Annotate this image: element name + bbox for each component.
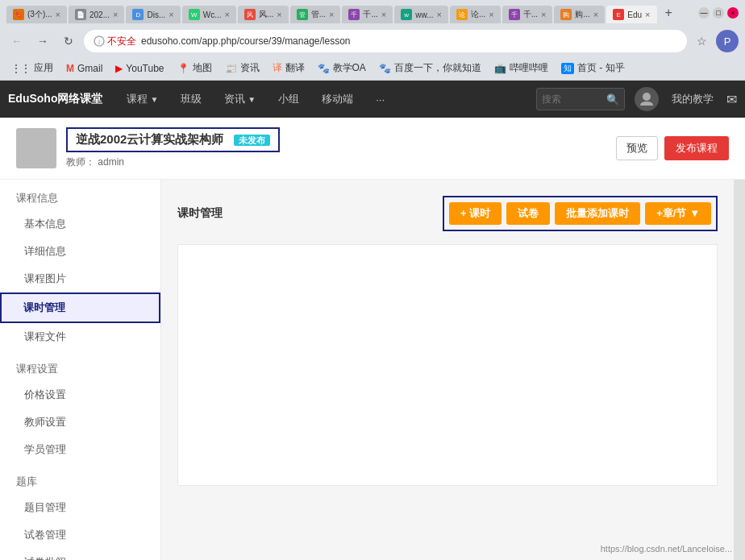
back-button[interactable]: ← — [6, 31, 27, 52]
tab-label-9: 论... — [471, 9, 485, 20]
tab-label-6: 管... — [311, 9, 326, 20]
tab-close-9[interactable]: × — [489, 10, 493, 19]
teacher-info: 教师： admin — [66, 156, 616, 169]
sidebar-item-teacher-settings[interactable]: 教师设置 — [0, 409, 160, 436]
translate-icon: 译 — [273, 61, 282, 75]
tab-close-5[interactable]: × — [277, 10, 281, 19]
minimize-button[interactable]: — — [698, 7, 710, 19]
nav-courses-arrow: ▼ — [150, 95, 158, 104]
bookmark-youtube-label: YouTube — [126, 63, 164, 74]
nav-classes[interactable]: 班级 — [169, 81, 213, 118]
sidebar-item-exam-manage[interactable]: 试卷管理 — [0, 521, 160, 549]
tab-close-1[interactable]: × — [56, 10, 60, 19]
batch-add-button[interactable]: 批量添加课时 — [555, 202, 640, 225]
sidebar-item-lesson-manage[interactable]: 课时管理 — [0, 292, 160, 323]
url-hint: https://blog.csdn.net/Lanceloise... — [601, 544, 732, 554]
tab-close-12[interactable]: × — [645, 10, 650, 19]
bookmark-translate[interactable]: 译 翻译 — [268, 60, 310, 77]
sidebar-item-course-files[interactable]: 课程文件 — [0, 323, 160, 351]
bookmark-bilibili[interactable]: 📺 哔哩哔哩 — [489, 60, 553, 77]
new-tab-button[interactable]: + — [659, 2, 679, 23]
nav-more-label: ··· — [376, 93, 385, 106]
add-lesson-button[interactable]: + 课时 — [449, 202, 502, 225]
close-button[interactable]: × — [727, 7, 739, 19]
course-title-box: 逆战2002云计算实战架构师 未发布 — [66, 127, 280, 152]
tab-close-8[interactable]: × — [436, 10, 441, 19]
tab-label-4: Wc... — [203, 10, 222, 19]
tab-3[interactable]: D Dis... × — [126, 6, 180, 23]
nav-courses[interactable]: 课程 ▼ — [115, 81, 169, 118]
sidebar-item-course-image[interactable]: 课程图片 — [0, 265, 160, 292]
svg-point-2 — [643, 93, 651, 101]
add-chapter-label: +章/节 — [656, 207, 686, 219]
tab-favicon-8: w — [401, 9, 412, 20]
tab-4[interactable]: W Wc... × — [182, 6, 236, 23]
action-buttons-group: + 课时 试卷 批量添加课时 +章/节 ▼ — [443, 196, 718, 231]
sidebar-item-basic-info[interactable]: 基本信息 — [0, 210, 160, 238]
tab-11[interactable]: 购 购... × — [554, 6, 605, 23]
bookmark-news[interactable]: 📰 资讯 — [220, 60, 264, 77]
add-chapter-button[interactable]: +章/节 ▼ — [645, 202, 711, 225]
bookmark-gmail[interactable]: M Gmail — [61, 61, 107, 76]
tab-1[interactable]: 🔖 (3个)... × — [6, 6, 67, 23]
publish-button[interactable]: 发布课程 — [664, 136, 729, 160]
bookmark-zhihu[interactable]: 知 首页 - 知乎 — [556, 60, 630, 77]
tab-label-10: 千... — [523, 9, 538, 20]
refresh-button[interactable]: ↻ — [58, 31, 79, 52]
bookmark-oa[interactable]: 🐾 教学OA — [313, 60, 371, 77]
bookmark-maps[interactable]: 📍 地图 — [173, 60, 217, 77]
sidebar-item-question-manage[interactable]: 题目管理 — [0, 494, 160, 521]
sidebar-item-detail-info[interactable]: 详细信息 — [0, 238, 160, 265]
tab-close-11[interactable]: × — [593, 10, 598, 19]
forward-button[interactable]: → — [32, 31, 53, 52]
tab-close-10[interactable]: × — [541, 10, 546, 19]
tab-favicon-9: 论 — [456, 9, 468, 20]
tab-close-4[interactable]: × — [224, 10, 229, 19]
bookmark-baidu[interactable]: 🐾 百度一下，你就知道 — [374, 60, 486, 77]
user-avatar[interactable] — [635, 87, 659, 111]
tab-favicon-7: 千 — [348, 9, 360, 20]
security-indicator: i 不安全 — [94, 35, 136, 48]
sidebar-item-student-manage[interactable]: 学员管理 — [0, 436, 160, 463]
tab-12[interactable]: E Edu × — [606, 6, 656, 23]
maximize-button[interactable]: □ — [713, 7, 724, 19]
unpublished-badge: 未发布 — [234, 135, 270, 146]
search-input[interactable] — [542, 93, 606, 105]
bookmark-youtube[interactable]: ▶ YouTube — [110, 61, 169, 76]
tab-label-5: 风... — [259, 9, 273, 20]
tab-close-3[interactable]: × — [169, 10, 173, 19]
sidebar-item-exam-review[interactable]: 试卷批阅 — [0, 549, 160, 560]
right-scrollbar[interactable] — [734, 180, 745, 560]
tab-6[interactable]: 管 管... × — [290, 6, 341, 23]
nav-groups[interactable]: 小组 — [267, 81, 310, 118]
tab-8[interactable]: w ww... × — [394, 6, 448, 23]
mail-icon[interactable]: ✉ — [726, 92, 737, 107]
tab-9[interactable]: 论 论... × — [450, 6, 501, 23]
nav-news-label: 资讯 — [224, 92, 245, 106]
nav-mobile[interactable]: 移动端 — [310, 81, 364, 118]
tab-10[interactable]: 千 千... × — [502, 6, 553, 23]
tab-label-8: ww... — [415, 10, 433, 19]
add-exam-button[interactable]: 试卷 — [506, 202, 550, 225]
tab-close-2[interactable]: × — [113, 10, 118, 19]
nav-more[interactable]: ··· — [364, 81, 396, 118]
my-teaching-link[interactable]: 我的教学 — [665, 92, 720, 106]
bookmark-star-button[interactable]: ☆ — [692, 31, 711, 51]
preview-button[interactable]: 预览 — [616, 136, 658, 160]
tab-favicon-3: D — [132, 9, 144, 20]
address-input[interactable]: i 不安全 edusoho.com/app.php/course/39/mana… — [84, 30, 687, 52]
nav-news[interactable]: 资讯 ▼ — [213, 81, 267, 118]
bookmark-apps[interactable]: ⋮⋮ 应用 — [6, 60, 58, 77]
bookmark-baidu-label: 百度一下，你就知道 — [394, 61, 481, 75]
tab-2[interactable]: 📄 202... × — [69, 6, 124, 23]
course-actions: 预览 发布课程 — [616, 136, 729, 160]
profile-button[interactable]: P — [716, 30, 739, 52]
search-box[interactable]: 🔍 — [536, 88, 625, 110]
tab-favicon-10: 千 — [509, 9, 520, 20]
sidebar-item-price-settings[interactable]: 价格设置 — [0, 381, 160, 409]
tab-close-6[interactable]: × — [329, 10, 334, 19]
tab-7[interactable]: 千 千... × — [342, 6, 393, 23]
tab-close-7[interactable]: × — [381, 10, 386, 19]
tab-5[interactable]: 风 风... × — [238, 6, 289, 23]
tab-label-12: Edu — [627, 10, 642, 19]
